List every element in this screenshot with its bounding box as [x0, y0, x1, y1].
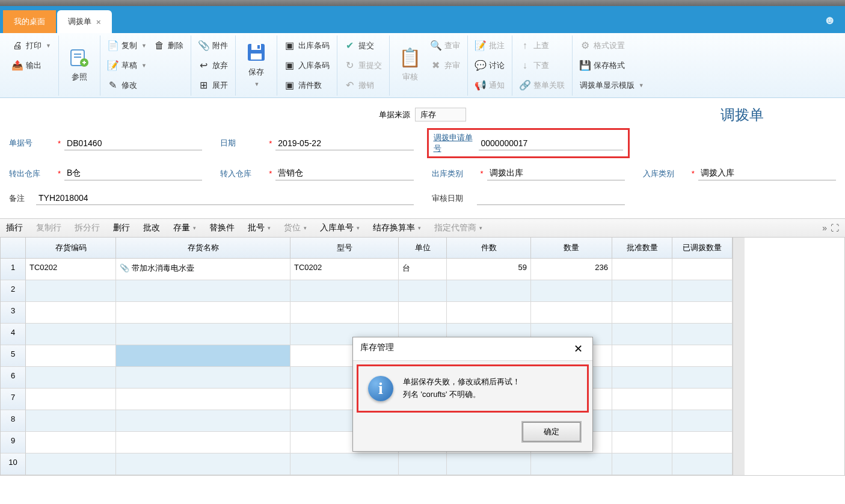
smiley-icon[interactable]: ☻: [823, 13, 836, 27]
outtype-field[interactable]: [487, 167, 625, 180]
discard-button[interactable]: ↩放弃: [195, 55, 232, 75]
batch-mod-button[interactable]: 批改: [143, 223, 160, 233]
abandon-button: ✖弃审: [427, 55, 464, 75]
resubmit-button: ↻重提交: [341, 55, 386, 75]
grid-toolbar: 插行 复制行 拆分行 删行 批改 存量▾ 替换件 批号▾ 货位▾ 入库单号▾ 结…: [0, 218, 845, 238]
dialog-title: 库存管理: [360, 342, 394, 355]
col-qty[interactable]: 数量: [531, 238, 612, 259]
stock-button[interactable]: 存量▾: [173, 223, 196, 233]
auditdate-field[interactable]: [477, 191, 625, 205]
inbarcode-button[interactable]: ▣入库条码: [281, 55, 333, 75]
clearqty-button[interactable]: ▣清件数: [281, 75, 333, 95]
copy-button[interactable]: 📄复制▼: [104, 35, 150, 55]
reqno-field[interactable]: [479, 137, 623, 150]
submit-button[interactable]: ✔提交: [341, 35, 386, 55]
template-button[interactable]: 调拨单显示模版▼: [576, 75, 648, 95]
col-model[interactable]: 型号: [290, 238, 399, 259]
docno-field[interactable]: [64, 137, 202, 150]
linkall-button: 🔗整单关联: [516, 75, 568, 95]
svg-rect-7: [251, 54, 262, 60]
tab-home[interactable]: 我的桌面: [3, 10, 56, 33]
export-button[interactable]: 📤输出: [8, 55, 55, 75]
selected-cell[interactable]: [116, 345, 290, 367]
close-icon[interactable]: ✕: [571, 342, 585, 355]
more-icon[interactable]: »: [822, 223, 827, 233]
col-unit[interactable]: 单位: [399, 238, 447, 259]
col-code[interactable]: 存货编码: [26, 238, 116, 259]
savefmt-button[interactable]: 💾保存格式: [576, 55, 648, 75]
delete-row-button[interactable]: 删行: [113, 223, 130, 233]
cell-code[interactable]: TC0202: [26, 259, 116, 280]
info-icon: i: [368, 376, 393, 401]
error-dialog: 库存管理 ✕ i 单据保存失败，修改或稍后再试！ 列名 'corufts' 不明…: [352, 337, 593, 452]
expand-button[interactable]: ⊞展开: [195, 75, 232, 95]
date-field[interactable]: [275, 137, 413, 150]
remark-field[interactable]: [36, 191, 414, 205]
split-row-button: 拆分行: [75, 223, 100, 233]
outwh-field[interactable]: [64, 167, 202, 180]
tab-bar: 我的桌面 调拨单 × ☻: [0, 6, 845, 33]
form: 单据来源 调拨单 单据号* 日期* 调拨申请单号 转出仓库* 转入仓库* 出库类…: [0, 98, 845, 218]
location-button: 货位▾: [284, 223, 307, 233]
col-name[interactable]: 存货名称: [116, 238, 290, 259]
tracedown-button: ↓下查: [516, 55, 568, 75]
traceup-button: ↑上查: [516, 35, 568, 55]
inwh-field[interactable]: [275, 167, 413, 180]
agent-button: 指定代管商▾: [434, 223, 482, 233]
outbarcode-button[interactable]: ▣出库条码: [281, 35, 333, 55]
col-apprqty[interactable]: 批准数量: [612, 238, 672, 259]
note-button: 📝批注: [472, 35, 508, 55]
save-button[interactable]: 保存▼: [239, 35, 273, 93]
attach-button[interactable]: 📎附件: [195, 35, 232, 55]
copy-row-button: 复制行: [36, 223, 61, 233]
page-title: 调拨单: [721, 105, 764, 124]
inbound-no-button[interactable]: 入库单号▾: [320, 223, 360, 233]
intype-field[interactable]: [698, 167, 836, 180]
format-button: ⚙格式设置: [576, 35, 648, 55]
discuss-button[interactable]: 💬讨论: [472, 55, 508, 75]
source-label: 单据来源: [379, 109, 410, 120]
dialog-message: 单据保存失败，修改或稍后再试！ 列名 'corufts' 不明确。: [403, 376, 520, 401]
col-allocqty[interactable]: 已调拨数量: [672, 238, 733, 259]
insert-row-button[interactable]: 插行: [6, 223, 23, 233]
svg-rect-6: [257, 45, 260, 49]
print-button[interactable]: 🖨打印▼: [8, 35, 55, 55]
cell-name[interactable]: 📎带加水消毒电水壶: [116, 259, 290, 280]
conversion-button[interactable]: 结存换算率▾: [373, 223, 421, 233]
maximize-icon[interactable]: ⛶: [831, 223, 839, 233]
col-pieces[interactable]: 件数: [447, 238, 531, 259]
batch-button[interactable]: 批号▾: [248, 223, 271, 233]
reference-button[interactable]: 参照: [63, 35, 96, 93]
tab-transfer[interactable]: 调拨单 ×: [57, 10, 112, 33]
ok-button[interactable]: 确定: [523, 422, 580, 441]
source-input[interactable]: [415, 108, 466, 121]
audit-button: 📋审核: [393, 35, 427, 93]
attachment-icon[interactable]: 📎: [120, 263, 129, 272]
close-icon[interactable]: ×: [96, 17, 101, 26]
review-button: 🔍查审: [427, 35, 464, 55]
draft-button[interactable]: 📝草稿▼: [104, 55, 150, 75]
delete-button[interactable]: 🗑删除: [150, 35, 187, 55]
scrollbar[interactable]: [733, 238, 745, 475]
request-no-highlight: 调拨申请单号: [427, 128, 630, 158]
edit-button[interactable]: ✎修改: [104, 75, 150, 95]
revoke-button: ↶撤销: [341, 75, 386, 95]
replace-button[interactable]: 替换件: [209, 223, 235, 233]
notify-button: 📢通知: [472, 75, 508, 95]
ribbon: 🖨打印▼ 📤输出 参照 📄复制▼ 📝草稿▼ ✎修改 🗑删除 📎附件 ↩放弃 ⊞展…: [0, 33, 845, 98]
